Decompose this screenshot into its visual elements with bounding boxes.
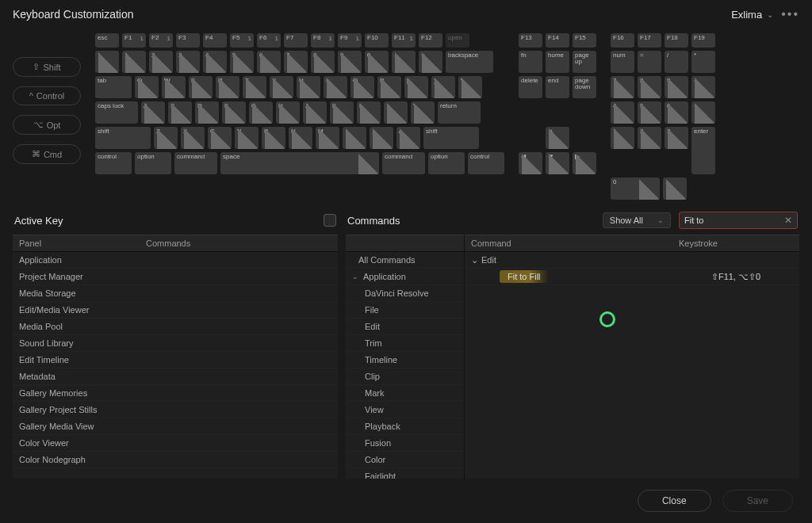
key-tab[interactable]: tab [95,76,132,98]
key-1[interactable]: 1 [611,127,634,149]
key-y[interactable]: Y [270,76,293,98]
key--[interactable]: - [691,76,715,98]
commands-tree[interactable]: All Commands⌄ApplicationDaVinci ResolveF… [346,252,464,479]
key-page up[interactable]: page up [573,51,596,73]
key-=[interactable]: = [419,51,442,73]
key-'[interactable]: ' [411,101,435,124]
modifier-opt[interactable]: ⌥ Opt [13,115,81,135]
key-a[interactable]: A [141,101,165,124]
key-control-6[interactable]: control [468,152,504,174]
key-][interactable]: ] [431,76,455,98]
key-7[interactable]: 7 [284,51,308,73]
key-,[interactable]: , [343,127,366,149]
clear-search-icon[interactable]: ✕ [784,215,792,226]
key-8[interactable]: 8 [638,76,661,98]
active-key-checkbox[interactable] [324,214,336,227]
key-1[interactable]: 1 [122,51,146,73]
active-key-row[interactable]: Color Viewer [13,435,338,452]
key-/[interactable]: / [665,51,688,73]
active-key-row[interactable]: Gallery Project Stills [13,402,338,418]
key-m[interactable]: M [316,127,339,149]
active-key-row[interactable]: Sound Library [13,335,338,352]
active-key-row[interactable]: Media Storage [13,285,338,302]
key-f10[interactable]: F10 [365,33,389,48]
active-key-row[interactable]: Color Nodegraph [13,452,338,468]
key-open[interactable]: open [446,33,469,48]
key-f16[interactable]: F16 [611,33,634,48]
active-key-list[interactable]: ApplicationProject ManagerMedia StorageE… [13,252,338,479]
key-command-2[interactable]: command [174,152,217,174]
modifier-cmd[interactable]: ⌘ Cmd [13,144,81,164]
tree-item[interactable]: Clip [346,368,464,385]
tree-item[interactable]: View [346,402,464,418]
key-command-4[interactable]: command [382,152,425,174]
key-enter[interactable]: enter [691,127,715,174]
commands-search[interactable]: ✕ [679,212,798,229]
key-[[interactable]: [ [404,76,428,98]
key-;[interactable]: ; [384,101,408,124]
key-backspace[interactable]: backspace [446,51,493,73]
key--[interactable]: - [392,51,416,73]
tree-item[interactable]: Mark [346,385,464,402]
tree-item[interactable]: Playback [346,418,464,435]
key-v[interactable]: V [235,127,259,149]
key-home[interactable]: home [546,51,569,73]
key-f5[interactable]: F51 [230,33,254,48]
key-f19[interactable]: F19 [691,33,715,48]
key-7[interactable]: 7 [611,76,634,98]
active-key-row[interactable]: Edit Timeline [13,352,338,368]
key-arrow-left[interactable]: ◀ [519,152,542,174]
key-space-3[interactable]: space [220,152,379,174]
key-f9[interactable]: F91 [338,33,362,48]
key-return[interactable]: return [438,101,481,124]
key-arrow-down[interactable]: ▼ [546,152,569,174]
key-9[interactable]: 9 [665,76,688,98]
key-l[interactable]: L [357,101,381,124]
active-key-row[interactable]: Media Pool [13,319,338,335]
key-9[interactable]: 9 [338,51,362,73]
key-option-1[interactable]: option [135,152,171,174]
key-p[interactable]: P [377,76,401,98]
key-arrow-right[interactable]: ▶ [573,152,596,174]
key-b[interactable]: B [262,127,285,149]
key-f8[interactable]: F81 [311,33,335,48]
active-key-row[interactable]: Metadata [13,368,338,385]
key-r[interactable]: R [216,76,239,98]
key-\[interactable]: \ [458,76,482,98]
save-button[interactable]: Save [722,490,793,512]
preset-dropdown[interactable]: Exlima ⌄ [731,9,773,21]
key-n[interactable]: N [289,127,312,149]
active-key-row[interactable]: Gallery Media View [13,418,338,435]
key-=[interactable]: = [638,51,661,73]
tree-item[interactable]: Fusion [346,435,464,452]
commands-filter-dropdown[interactable]: Show All ⌄ [603,212,671,228]
key-f4[interactable]: F4 [203,33,227,48]
key-i[interactable]: I [324,76,347,98]
close-button[interactable]: Close [638,490,711,512]
tree-item[interactable]: Edit [346,319,464,335]
search-input[interactable] [684,216,772,225]
key-j[interactable]: J [303,101,327,124]
tree-item[interactable]: Trim [346,335,464,352]
key-z[interactable]: Z [154,127,178,149]
result-item-row[interactable]: Fit to Fill ⇧F11, ⌥⇧0 [465,269,799,285]
key-2[interactable]: 2 [638,127,661,149]
key-2[interactable]: 2 [149,51,173,73]
key-f7[interactable]: F7 [284,33,308,48]
tree-item[interactable]: Color [346,452,464,468]
key-e[interactable]: E [189,76,213,98]
tree-item[interactable]: Fairlight [346,468,464,479]
key-x[interactable]: X [181,127,205,149]
key-o[interactable]: O [350,76,374,98]
key-h[interactable]: H [276,101,300,124]
key-w[interactable]: W [162,76,186,98]
key-f12[interactable]: F12 [419,33,442,48]
key-control-0[interactable]: control [95,152,132,174]
key-f13[interactable]: F13 [519,33,542,48]
key-num[interactable]: num [611,51,634,73]
key-f1[interactable]: F11 [122,33,146,48]
key-np-0[interactable]: 0 [611,178,660,200]
key-`[interactable]: ` [95,51,119,73]
key-end[interactable]: end [546,76,569,98]
key-3[interactable]: 3 [665,127,688,149]
